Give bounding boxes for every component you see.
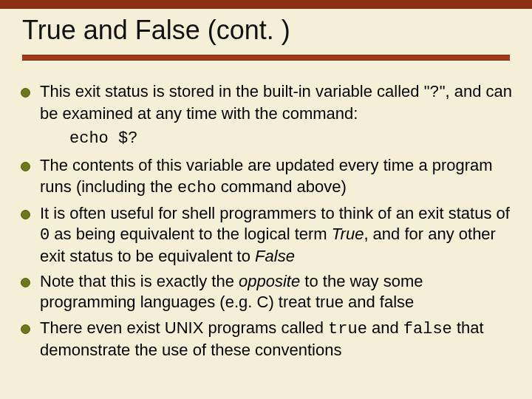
italic-text: False — [255, 247, 295, 265]
bullet-text: and — [367, 318, 403, 337]
bullet-text: Note that this is exactly the — [40, 272, 239, 290]
inline-code: 0 — [40, 226, 50, 245]
bullet-text: This exit status is stored in the built-… — [40, 82, 430, 100]
title-underline — [22, 55, 510, 61]
code-line: echo $? — [15, 129, 517, 149]
content-area: This exit status is stored in the built-… — [0, 68, 532, 361]
top-accent-band — [0, 0, 532, 9]
slide-title: True and False (cont. ) — [22, 15, 510, 46]
bullet-list: The contents of this variable are update… — [15, 155, 517, 360]
bullet-text: It is often useful for shell programmers… — [40, 204, 510, 222]
inline-code: echo — [177, 179, 216, 197]
bullet-item: This exit status is stored in the built-… — [15, 81, 517, 124]
bullet-text: command above) — [216, 177, 347, 196]
inline-code: false — [403, 320, 452, 338]
inline-code: ? — [430, 83, 440, 102]
inline-code: true — [328, 320, 367, 338]
slide: True and False (cont. ) This exit status… — [0, 0, 532, 399]
bullet-item: It is often useful for shell programmers… — [15, 203, 517, 267]
italic-text: opposite — [239, 272, 300, 290]
bullet-item: There even exist UNIX programs called tr… — [15, 318, 517, 361]
bullet-item: The contents of this variable are update… — [15, 155, 517, 198]
bullet-list: This exit status is stored in the built-… — [15, 81, 517, 124]
title-area: True and False (cont. ) — [0, 0, 532, 68]
italic-text: True — [332, 225, 364, 243]
bullet-item: Note that this is exactly the opposite t… — [15, 271, 517, 313]
bullet-text: There even exist UNIX programs called — [40, 318, 328, 337]
bullet-text: as being equivalent to the logical term — [50, 225, 332, 243]
